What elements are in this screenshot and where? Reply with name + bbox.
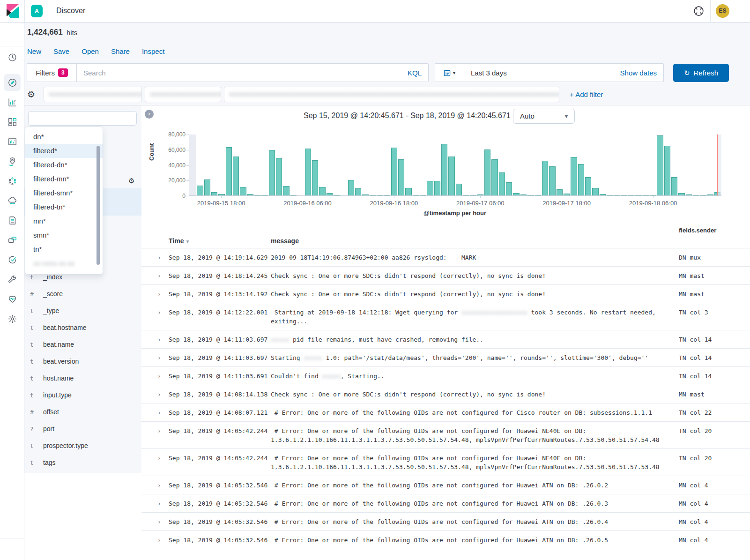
- nav-item-uptime-icon[interactable]: [4, 251, 21, 268]
- index-pattern-option[interactable]: dn*: [25, 130, 103, 144]
- histogram-bar-slot[interactable]: [477, 134, 484, 195]
- dropdown-scrollbar[interactable]: [97, 146, 100, 265]
- histogram-bar-slot[interactable]: [369, 134, 376, 195]
- avatar[interactable]: ES: [716, 4, 729, 18]
- index-pattern-select[interactable]: [28, 111, 137, 126]
- action-link-new[interactable]: New: [27, 47, 41, 58]
- histogram-bar-slot[interactable]: [656, 134, 663, 195]
- action-link-open[interactable]: Open: [82, 47, 99, 58]
- histogram-bar-slot[interactable]: [268, 134, 275, 195]
- nav-item-discover-icon[interactable]: [4, 74, 21, 91]
- histogram-bar-slot[interactable]: [664, 134, 671, 195]
- histogram-bar-slot[interactable]: [319, 134, 326, 195]
- histogram-bar-slot[interactable]: [505, 134, 512, 195]
- histogram-bar-slot[interactable]: [699, 134, 706, 195]
- filter-pill[interactable]: xxxxxxxxxxxxxxxxxxxxxxxxxx: [44, 87, 142, 102]
- histogram-bar-slot[interactable]: [642, 134, 649, 195]
- fields-settings-gear-icon[interactable]: ⚙: [128, 177, 134, 185]
- nav-item-management-icon[interactable]: [4, 310, 21, 327]
- histogram-bar-slot[interactable]: [462, 134, 469, 195]
- index-pattern-option[interactable]: filtered-dn*: [25, 158, 103, 172]
- expand-row-icon[interactable]: ›: [141, 517, 169, 526]
- date-picker-calendar-button[interactable]: ▾: [435, 64, 464, 82]
- histogram-bar-slot[interactable]: [434, 134, 441, 195]
- field-item-beat.hostname[interactable]: tbeat.hostname: [24, 319, 141, 336]
- nav-item-stack-monitoring-icon[interactable]: [4, 291, 21, 307]
- histogram-bar-slot[interactable]: [211, 134, 218, 195]
- histogram-bar-slot[interactable]: [355, 134, 362, 195]
- filter-pill[interactable]: xxxxxxxxxxxxxxxxxxxxxxxxxxxxxxxxxxxxxxxx…: [224, 87, 559, 102]
- expand-row-icon[interactable]: ›: [141, 390, 169, 399]
- histogram-bar-slot[interactable]: [441, 134, 448, 195]
- histogram-bar-slot[interactable]: [340, 134, 347, 195]
- histogram-bar-slot[interactable]: [304, 134, 312, 195]
- expand-row-icon[interactable]: ›: [141, 499, 169, 508]
- index-pattern-option[interactable]: filtered-tn*: [25, 200, 103, 214]
- histogram-bar-slot[interactable]: [585, 134, 592, 195]
- action-link-save[interactable]: Save: [53, 47, 69, 58]
- expand-row-icon[interactable]: ›: [141, 372, 169, 381]
- expand-row-icon[interactable]: ›: [141, 271, 169, 280]
- filter-pill[interactable]: xxxxxxxxxxxxxxxxxxxx: [145, 87, 221, 102]
- kibana-logo-icon[interactable]: [7, 4, 19, 18]
- histogram-bar-slot[interactable]: [649, 134, 656, 195]
- histogram-bar-slot[interactable]: [621, 134, 628, 195]
- histogram-bar-slot[interactable]: [527, 134, 534, 195]
- date-range-value[interactable]: Last 3 days: [464, 69, 620, 77]
- field-item-offset[interactable]: #offset: [24, 403, 141, 420]
- field-item-port[interactable]: ?port: [24, 420, 141, 437]
- histogram-bar-slot[interactable]: [333, 134, 340, 195]
- space-badge[interactable]: A: [31, 5, 43, 17]
- refresh-button[interactable]: ↻ Refresh: [673, 64, 729, 82]
- expand-row-icon[interactable]: ›: [141, 454, 169, 471]
- expand-row-icon[interactable]: ›: [141, 353, 169, 362]
- histogram-bar-slot[interactable]: [254, 134, 261, 195]
- histogram-bar-slot[interactable]: [556, 134, 563, 195]
- histogram-bar-slot[interactable]: [282, 134, 290, 195]
- nav-item-dashboard-icon[interactable]: [4, 113, 21, 130]
- histogram-bar-slot[interactable]: [707, 134, 714, 195]
- histogram-bar-slot[interactable]: [484, 134, 491, 195]
- histogram-bar-slot[interactable]: [498, 134, 505, 195]
- expand-row-icon[interactable]: ›: [141, 426, 169, 444]
- histogram-bar-slot[interactable]: [239, 134, 246, 195]
- histogram-bar-slot[interactable]: [376, 134, 383, 195]
- column-header-sender[interactable]: fields.sender: [679, 227, 716, 234]
- histogram-bar-slot[interactable]: [613, 134, 620, 195]
- column-header-time[interactable]: Time▼: [169, 237, 190, 245]
- expand-row-icon[interactable]: ›: [141, 253, 169, 262]
- histogram-bar-slot[interactable]: [405, 134, 412, 195]
- histogram-bar-slot[interactable]: [599, 134, 606, 195]
- histogram-bar-slot[interactable]: [189, 134, 196, 195]
- add-filter-link[interactable]: + Add filter: [570, 90, 603, 98]
- expand-row-icon[interactable]: ›: [141, 536, 169, 545]
- index-pattern-option[interactable]: filtered*: [25, 144, 103, 158]
- histogram-bar-slot[interactable]: [419, 134, 426, 195]
- histogram-bar-slot[interactable]: [563, 134, 570, 195]
- nav-item-visualize-icon[interactable]: [4, 94, 21, 111]
- nav-item-recent-icon[interactable]: [4, 49, 21, 66]
- histogram-bar-slot[interactable]: [326, 134, 333, 195]
- histogram-bar-slot[interactable]: [412, 134, 419, 195]
- index-pattern-option[interactable]: tn*: [25, 242, 103, 256]
- histogram-bar-slot[interactable]: [491, 134, 498, 195]
- filters-button[interactable]: Filters 3: [27, 64, 77, 82]
- histogram-bar-slot[interactable]: [312, 134, 319, 195]
- histogram-bar-slot[interactable]: [512, 134, 520, 195]
- histogram-bar-slot[interactable]: [348, 134, 355, 195]
- kql-button[interactable]: KQL: [401, 69, 428, 77]
- histogram-bar-slot[interactable]: [542, 134, 549, 195]
- histogram-bar-slot[interactable]: [549, 134, 556, 195]
- histogram-bar-slot[interactable]: [685, 134, 692, 195]
- histogram-bar-slot[interactable]: [290, 134, 297, 195]
- nav-item-apm-icon[interactable]: [4, 231, 21, 248]
- field-item-prospector.type[interactable]: tprospector.type: [24, 437, 141, 454]
- field-item-input.type[interactable]: tinput.type: [24, 387, 141, 403]
- field-item-beat.version[interactable]: tbeat.version: [24, 353, 141, 370]
- nav-item-infrastructure-icon[interactable]: [4, 192, 21, 209]
- nav-item-logs-icon[interactable]: [4, 212, 21, 229]
- histogram-bar-slot[interactable]: [678, 134, 685, 195]
- histogram-bar-slot[interactable]: [225, 134, 232, 195]
- histogram-bar-slot[interactable]: [628, 134, 635, 195]
- expand-row-icon[interactable]: ›: [141, 335, 169, 344]
